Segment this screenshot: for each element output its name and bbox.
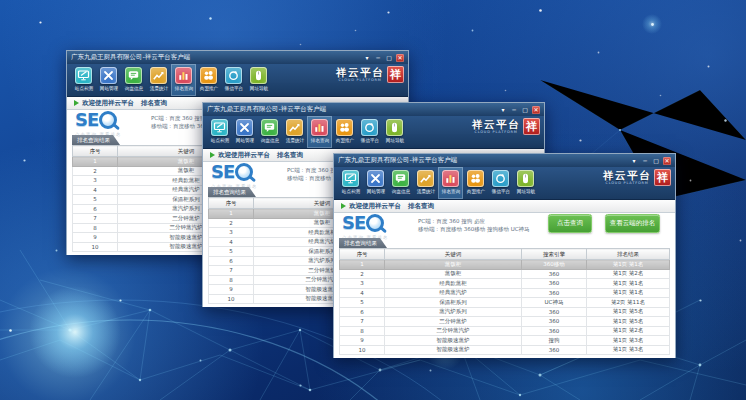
flag-icon <box>210 152 215 158</box>
toolbar-item-label: 站点检测 <box>74 85 92 91</box>
row-result: 第1页 第5名 <box>587 317 670 327</box>
site-check-icon <box>342 170 359 187</box>
row-keyword: 经典款蒸柜 <box>385 279 522 289</box>
row-result: 第1页 第1名 <box>587 288 670 298</box>
title-bar[interactable]: 广东九鼎王厨具有限公司-祥云平台客户端 ▾ ─ ▢ ✕ <box>67 51 408 64</box>
column-header[interactable]: 排名结果 <box>587 249 670 260</box>
traffic-stats-icon <box>150 67 167 84</box>
table-row[interactable]: 9智能极速蒸炉搜狗第1页 第3名 <box>340 336 670 346</box>
row-engine: UC神马 <box>522 298 587 308</box>
row-engine: 360 <box>522 317 587 327</box>
toolbar-item-alliance-promo[interactable]: 商盟推广 <box>463 167 488 199</box>
row-result: 第1页 第5名 <box>587 307 670 317</box>
toolbar-item-alliance-promo[interactable]: 商盟推广 <box>332 116 357 148</box>
toolbar-item-wechat-platform[interactable]: 微信平台 <box>488 167 513 199</box>
close-button[interactable]: ✕ <box>396 54 404 62</box>
table-row[interactable]: 4经典蒸汽炉360第1页 第1名 <box>340 288 670 298</box>
table-row[interactable]: 5保温柜系列UC神马第2页 第11名 <box>340 298 670 308</box>
maximize-button[interactable]: ▢ <box>385 54 393 62</box>
column-header[interactable]: 搜索引擎 <box>522 249 587 260</box>
table-row[interactable]: 7三分钟蒸炉360第1页 第5名 <box>340 317 670 327</box>
toolbar-item-label: 询盘信息 <box>124 85 142 91</box>
brand-subtitle: CLOUD PLATFORM <box>472 130 520 135</box>
toolbar-item-rank-query[interactable]: 排名查询 <box>438 167 463 199</box>
toolbar-item-site-check[interactable]: 站点检测 <box>207 116 232 148</box>
table-row[interactable]: 1蒸饭柜360移动第1页 第1名 <box>340 260 670 270</box>
close-button[interactable]: ✕ <box>532 106 540 114</box>
toolbar-item-alliance-promo[interactable]: 商盟推广 <box>196 64 221 96</box>
toolbar-item-rank-query[interactable]: 排名查询 <box>307 116 332 148</box>
row-seq: 5 <box>209 247 254 257</box>
minimize-button[interactable]: ─ <box>510 106 518 114</box>
table-row[interactable]: 8三分钟蒸汽炉360第1页 第2名 <box>340 326 670 336</box>
row-keyword: 三分钟蒸汽炉 <box>385 326 522 336</box>
cloud-rank-button[interactable]: 查看云端的排名 <box>605 214 660 233</box>
row-result: 第1页 第1名 <box>587 260 670 270</box>
row-engine: 360 <box>522 288 587 298</box>
table-row[interactable]: 3经典款蒸柜360第1页 第1名 <box>340 279 670 289</box>
tab-rank-results[interactable]: 排名查询结果 <box>72 135 120 145</box>
section-title: 排名查询 <box>141 99 167 108</box>
row-seq: 1 <box>340 260 385 270</box>
close-button[interactable]: ✕ <box>663 157 671 165</box>
minimize-button[interactable]: ─ <box>641 157 649 165</box>
starfield <box>0 0 1 1</box>
window-title: 广东九鼎王厨具有限公司-祥云平台客户端 <box>338 154 630 167</box>
toolbar-item-traffic-stats[interactable]: 流量统计 <box>282 116 307 148</box>
toolbar-item-site-check[interactable]: 站点检测 <box>71 64 96 96</box>
tab-rank-results[interactable]: 排名查询结果 <box>208 187 256 197</box>
column-header[interactable]: 序号 <box>73 146 118 157</box>
maximize-button[interactable]: ▢ <box>652 157 660 165</box>
toolbar-item-site-nav[interactable]: 网址导航 <box>382 116 407 148</box>
toolbar-item-site-check[interactable]: 站点检测 <box>338 167 363 199</box>
toolbar-item-inquiry-chat[interactable]: 询盘信息 <box>257 116 282 148</box>
site-manage-icon <box>236 119 253 136</box>
toolbar-item-inquiry-chat[interactable]: 询盘信息 <box>121 64 146 96</box>
window-title: 广东九鼎王厨具有限公司-祥云平台客户端 <box>71 51 363 64</box>
query-button[interactable]: 点击查询 <box>548 214 592 233</box>
table-row[interactable]: 6蒸汽炉系列360第1页 第5名 <box>340 307 670 317</box>
tab-rank-results[interactable]: 排名查询结果 <box>339 238 387 248</box>
row-engine: 360 <box>522 326 587 336</box>
title-bar[interactable]: 广东九鼎王厨具有限公司-祥云平台客户端 ▾ ─ ▢ ✕ <box>334 154 675 167</box>
row-keyword: 智能极速蒸炉 <box>385 336 522 346</box>
inquiry-chat-icon <box>125 67 142 84</box>
toolbar-item-site-manage[interactable]: 网站管理 <box>96 64 121 96</box>
skin-button[interactable]: ▾ <box>630 157 638 165</box>
toolbar-item-site-manage[interactable]: 网站管理 <box>232 116 257 148</box>
row-seq: 4 <box>73 185 118 195</box>
toolbar-item-site-manage[interactable]: 网站管理 <box>363 167 388 199</box>
column-header[interactable]: 关键词 <box>385 249 522 260</box>
main-toolbar: 站点检测网站管理询盘信息流量统计排名查询商盟推广微信平台网址导航 祥云平台 CL… <box>203 116 544 149</box>
toolbar-item-label: 流量统计 <box>149 85 167 91</box>
table-row[interactable]: 2蒸饭柜360第1页 第2名 <box>340 269 670 279</box>
toolbar-item-label: 微信平台 <box>360 137 378 143</box>
row-seq: 10 <box>73 242 118 252</box>
row-seq: 5 <box>340 298 385 308</box>
title-bar[interactable]: 广东九鼎王厨具有限公司-祥云平台客户端 ▾ ─ ▢ ✕ <box>203 103 544 116</box>
toolbar-item-rank-query[interactable]: 排名查询 <box>171 64 196 96</box>
traffic-stats-icon <box>286 119 303 136</box>
window-title: 广东九鼎王厨具有限公司-祥云平台客户端 <box>207 103 499 116</box>
column-header[interactable]: 序号 <box>340 249 385 260</box>
toolbar-item-wechat-platform[interactable]: 微信平台 <box>221 64 246 96</box>
toolbar-item-wechat-platform[interactable]: 微信平台 <box>357 116 382 148</box>
row-engine: 360 <box>522 307 587 317</box>
app-window[interactable]: 广东九鼎王厨具有限公司-祥云平台客户端 ▾ ─ ▢ ✕ 站点检测网站管理询盘信息… <box>333 153 676 358</box>
toolbar-item-inquiry-chat[interactable]: 询盘信息 <box>388 167 413 199</box>
toolbar-item-site-nav[interactable]: 网址导航 <box>246 64 271 96</box>
row-seq: 3 <box>340 279 385 289</box>
toolbar-item-label: 商盟推广 <box>466 188 484 194</box>
toolbar-item-label: 网址导航 <box>249 85 267 91</box>
table-row[interactable]: 10智能极速蒸炉360第1页 第3名 <box>340 345 670 355</box>
skin-button[interactable]: ▾ <box>499 106 507 114</box>
toolbar-item-site-nav[interactable]: 网址导航 <box>513 167 538 199</box>
minimize-button[interactable]: ─ <box>374 54 382 62</box>
skin-button[interactable]: ▾ <box>363 54 371 62</box>
toolbar-item-traffic-stats[interactable]: 流量统计 <box>413 167 438 199</box>
row-result: 第1页 第3名 <box>587 345 670 355</box>
maximize-button[interactable]: ▢ <box>521 106 529 114</box>
toolbar-item-traffic-stats[interactable]: 流量统计 <box>146 64 171 96</box>
window-controls: ▾ ─ ▢ ✕ <box>630 157 671 165</box>
column-header[interactable]: 序号 <box>209 198 254 209</box>
